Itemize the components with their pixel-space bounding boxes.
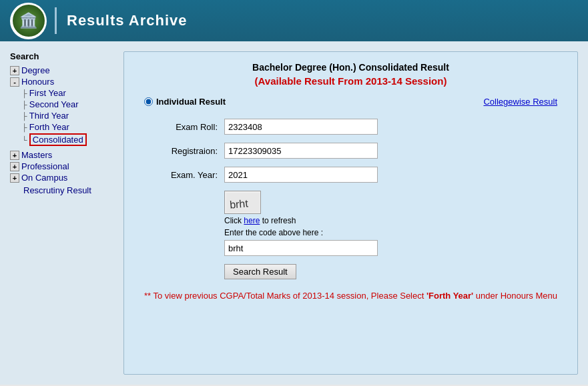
forth-year-link[interactable]: Forth Year — [29, 122, 69, 132]
individual-result-label[interactable]: Individual Result — [144, 97, 226, 107]
sidebar-item-rescrutiny[interactable]: Rescrutiny Result — [10, 185, 117, 195]
note-bold: 'Forth Year' — [426, 291, 473, 301]
logo: 🏛️ — [10, 3, 47, 39]
professional-label[interactable]: Professional — [21, 161, 69, 171]
main-panel: Bachelor Degree (Hon.) Consolidated Resu… — [123, 51, 578, 375]
captcha-input[interactable] — [224, 240, 378, 256]
captcha-here-link[interactable]: here — [244, 216, 260, 225]
first-year-link[interactable]: First Year — [29, 88, 66, 98]
individual-result-text: Individual Result — [156, 97, 226, 107]
bullet-icon: ├ — [22, 112, 27, 120]
sidebar-item-masters[interactable]: + Masters — [10, 149, 117, 161]
sidebar-item-degree[interactable]: + Degree — [10, 65, 117, 76]
masters-expand-icon[interactable]: + — [10, 151, 19, 160]
third-year-link[interactable]: Third Year — [29, 111, 69, 121]
second-year-link[interactable]: Second Year — [29, 99, 79, 109]
degree-label[interactable]: Degree — [21, 65, 50, 75]
honours-label[interactable]: Honours — [21, 77, 54, 87]
captcha-section: brht Click here to refresh Enter the cod… — [224, 191, 564, 256]
logo-inner: 🏛️ — [13, 5, 45, 37]
exam-year-row: Exam. Year: — [137, 167, 564, 183]
sidebar-item-consolidated[interactable]: └ Consolidated — [22, 133, 117, 147]
registration-label: Registraion: — [137, 146, 218, 156]
header-divider — [55, 7, 57, 34]
professional-expand-icon[interactable]: + — [10, 162, 19, 171]
oncampus-expand-icon[interactable]: + — [10, 173, 19, 183]
captcha-image: brht — [224, 191, 261, 214]
honours-subitems: ├ First Year ├ Second Year ├ Third Year … — [22, 87, 117, 147]
bullet-icon: └ — [22, 136, 27, 144]
sidebar-item-first-year[interactable]: ├ First Year — [22, 87, 117, 99]
sidebar-item-oncampus[interactable]: + On Campus — [10, 172, 117, 183]
main-content: Search + Degree - Honours ├ First Year ├… — [0, 41, 588, 385]
honours-expand-icon[interactable]: - — [10, 77, 19, 87]
masters-label[interactable]: Masters — [21, 150, 52, 160]
registration-row: Registraion: — [137, 143, 564, 159]
note-suffix: under Honours Menu — [473, 291, 557, 301]
header: 🏛️ Results Archive — [0, 0, 588, 41]
exam-year-input[interactable] — [224, 167, 378, 183]
captcha-refresh-text: to refresh — [260, 216, 296, 225]
exam-roll-row: Exam Roll: — [137, 119, 564, 135]
search-result-button[interactable]: Search Result — [224, 264, 296, 279]
individual-result-radio[interactable] — [144, 97, 153, 106]
bullet-icon: ├ — [22, 89, 27, 97]
bullet-icon: ├ — [22, 123, 27, 131]
sidebar-item-second-year[interactable]: ├ Second Year — [22, 99, 117, 110]
sidebar-item-honours[interactable]: - Honours — [10, 76, 117, 87]
search-btn-row: Search Result — [224, 264, 564, 279]
degree-expand-icon[interactable]: + — [10, 66, 19, 75]
consolidated-link[interactable]: Consolidated — [29, 133, 87, 146]
collegewise-link[interactable]: Collegewise Result — [483, 97, 557, 107]
svg-text:brht: brht — [229, 197, 248, 210]
sidebar-item-professional[interactable]: + Professional — [10, 161, 117, 172]
sidebar-item-third-year[interactable]: ├ Third Year — [22, 110, 117, 121]
captcha-refresh-row: Click here to refresh — [224, 216, 564, 225]
sidebar: Search + Degree - Honours ├ First Year ├… — [10, 51, 117, 375]
exam-roll-label: Exam Roll: — [137, 122, 218, 132]
note-prefix: ** To view previous CGPA/Total Marks of … — [144, 291, 426, 301]
panel-subtitle: (Available Result From 2013-14 Session) — [137, 75, 564, 87]
rescrutiny-link[interactable]: Rescrutiny Result — [23, 185, 91, 195]
sidebar-title: Search — [10, 51, 117, 61]
oncampus-label[interactable]: On Campus — [21, 173, 67, 183]
captcha-enter-label: Enter the code above here : — [224, 228, 564, 237]
exam-roll-input[interactable] — [224, 119, 378, 135]
sidebar-item-forth-year[interactable]: ├ Forth Year — [22, 121, 117, 133]
bullet-icon: ├ — [22, 101, 27, 109]
registration-input[interactable] — [224, 143, 378, 159]
panel-title: Bachelor Degree (Hon.) Consolidated Resu… — [137, 62, 564, 73]
result-type-row: Individual Result Collegewise Result — [137, 97, 564, 107]
exam-year-label: Exam. Year: — [137, 170, 218, 180]
note-text: ** To view previous CGPA/Total Marks of … — [137, 289, 564, 303]
captcha-click-text: Click — [224, 216, 244, 225]
header-title: Results Archive — [67, 12, 187, 29]
logo-emblem: 🏛️ — [19, 12, 37, 29]
